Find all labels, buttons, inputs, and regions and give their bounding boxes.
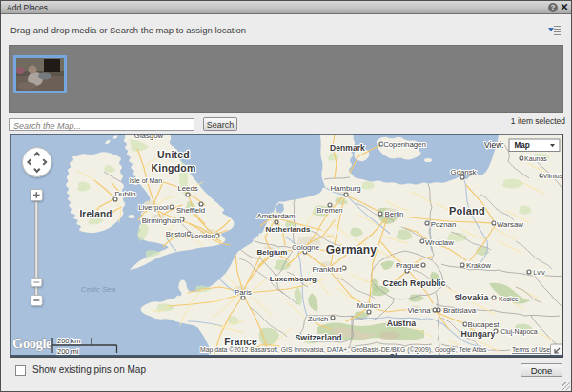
svg-text:Denmark: Denmark xyxy=(330,143,365,153)
svg-text:Budapest: Budapest xyxy=(468,320,500,329)
svg-text:Bremen: Bremen xyxy=(317,206,342,215)
svg-text:Warsaw: Warsaw xyxy=(497,220,523,229)
svg-text:200 mi: 200 mi xyxy=(57,347,79,356)
svg-text:Google: Google xyxy=(12,336,52,351)
svg-text:Vilnius: Vilnius xyxy=(543,173,562,179)
svg-text:Amsterdam: Amsterdam xyxy=(257,212,296,220)
svg-text:Poznan: Poznan xyxy=(431,220,456,229)
svg-text:Cologne: Cologne xyxy=(292,243,319,252)
svg-text:200 km: 200 km xyxy=(57,337,81,345)
svg-text:Berlin: Berlin xyxy=(384,210,403,218)
svg-text:Czech Republic: Czech Republic xyxy=(383,279,446,288)
svg-text:United: United xyxy=(157,149,190,160)
svg-text:Kaunas: Kaunas xyxy=(524,155,547,162)
svg-text:Kingdom: Kingdom xyxy=(152,162,196,174)
svg-text:Celtic Sea: Celtic Sea xyxy=(81,285,116,294)
svg-text:Terms of Use: Terms of Use xyxy=(512,346,550,353)
svg-text:Hamburg: Hamburg xyxy=(330,184,360,193)
svg-text:Liverpool: Liverpool xyxy=(138,203,169,212)
svg-text:Glasgow: Glasgow xyxy=(134,134,164,140)
svg-text:Frankfurt: Frankfurt xyxy=(312,265,342,274)
svg-text:Isle of Man: Isle of Man xyxy=(130,177,162,184)
svg-text:Luxembourg: Luxembourg xyxy=(270,275,317,283)
svg-text:Cluj-Napoca: Cluj-Napoca xyxy=(500,328,538,336)
svg-text:Kraków: Kraków xyxy=(466,261,491,270)
svg-text:Dublin: Dublin xyxy=(114,190,135,198)
svg-text:Slovakia: Slovakia xyxy=(454,293,488,302)
svg-text:Leeds: Leeds xyxy=(177,184,197,193)
svg-text:Poland: Poland xyxy=(449,205,485,217)
svg-text:Prague: Prague xyxy=(396,261,419,270)
svg-text:London: London xyxy=(191,232,215,240)
svg-text:Kosice: Kosice xyxy=(499,296,519,302)
svg-text:Sheffield: Sheffield xyxy=(176,206,205,215)
svg-text:Austria: Austria xyxy=(387,319,417,328)
svg-text:Belgium: Belgium xyxy=(256,248,287,257)
svg-text:Zurich: Zurich xyxy=(308,315,329,323)
svg-text:Munich: Munich xyxy=(357,301,380,310)
svg-text:Map: Map xyxy=(514,141,529,150)
svg-text:Bristol: Bristol xyxy=(166,230,187,238)
svg-text:Ireland: Ireland xyxy=(79,209,112,219)
svg-text:Bratislava: Bratislava xyxy=(443,306,477,315)
svg-text:Copenhagen: Copenhagen xyxy=(383,140,426,149)
svg-text:Lviv: Lviv xyxy=(533,269,545,276)
svg-text:Germany: Germany xyxy=(326,243,378,257)
svg-text:Map data ©2012 Basarsoft, GIS: Map data ©2012 Basarsoft, GIS Innovatsia… xyxy=(200,346,492,354)
svg-text:Vienna: Vienna xyxy=(407,306,431,315)
svg-text:Switzerland: Switzerland xyxy=(295,333,341,342)
svg-text:Gdansk: Gdansk xyxy=(451,168,477,176)
svg-text:Paris: Paris xyxy=(235,288,252,297)
svg-text:Netherlands: Netherlands xyxy=(265,225,311,234)
svg-text:Wroclaw: Wroclaw xyxy=(425,238,454,247)
svg-text:Hungary: Hungary xyxy=(461,329,496,339)
svg-text:View:: View: xyxy=(484,140,504,150)
svg-text:Birmingham: Birmingham xyxy=(142,217,182,225)
